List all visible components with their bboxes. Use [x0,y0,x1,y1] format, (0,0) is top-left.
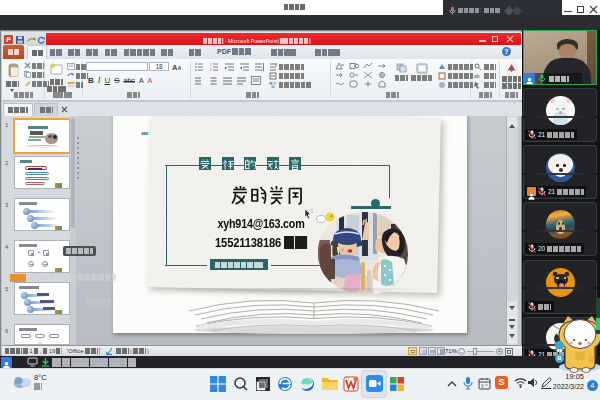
svg-text:ab: ab [474,73,480,79]
svg-text:2: 2 [210,68,212,71]
svg-text:1: 1 [210,63,212,67]
